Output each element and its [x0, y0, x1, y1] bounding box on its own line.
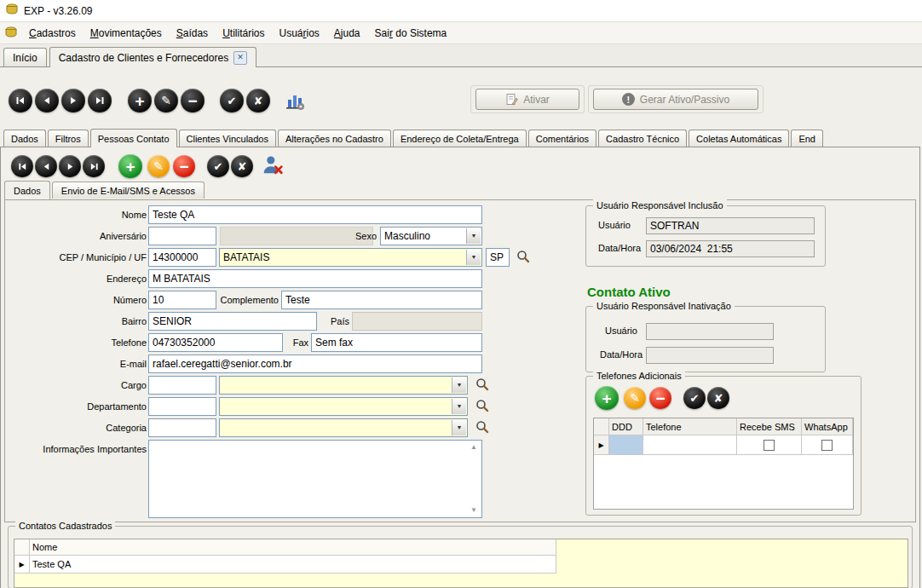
- contato-nome-cell[interactable]: Teste QA: [30, 556, 556, 574]
- pais-input: [352, 312, 482, 331]
- contatos-grid-row[interactable]: ▶ Teste QA: [14, 556, 908, 574]
- municipio-select[interactable]: BATATAIS▼: [219, 248, 482, 267]
- last-record-button[interactable]: [88, 89, 112, 112]
- first-record-button[interactable]: [9, 89, 32, 112]
- tab-coletas-automaticas[interactable]: Coletas Automáticas: [689, 130, 789, 147]
- menu-item-movimentacoes[interactable]: Movimentações: [84, 25, 169, 42]
- departamento-select[interactable]: ▼: [219, 397, 468, 416]
- fax-input[interactable]: Sem fax: [311, 333, 482, 352]
- inclusao-usuario-field: SOFTRAN: [646, 217, 815, 234]
- categoria-select[interactable]: ▼: [219, 418, 468, 437]
- whatsapp-checkbox[interactable]: [821, 440, 833, 451]
- contact-insert-button[interactable]: +: [118, 154, 142, 178]
- gerar-ativo-passivo-button[interactable]: ! Gerar Ativo/Passivo: [593, 89, 758, 110]
- dropdown-arrow-icon[interactable]: ▼: [452, 399, 466, 414]
- tab-cadastro-tecnico[interactable]: Cadastro Técnico: [598, 130, 687, 147]
- phone-cancel-button[interactable]: ✘: [707, 387, 729, 409]
- phone-edit-button[interactable]: ✎: [624, 387, 646, 409]
- contact-prior-button[interactable]: [35, 155, 57, 177]
- tab-cadastro-clientes-fornecedores[interactable]: Cadastro de Clientes e Fornecedores ✕: [49, 47, 256, 67]
- app-icon-small: [4, 26, 18, 42]
- confirm-button[interactable]: ✔: [220, 89, 244, 112]
- complemento-input[interactable]: Teste: [281, 291, 482, 309]
- contact-confirm-button[interactable]: ✔: [207, 155, 229, 177]
- dropdown-arrow-icon[interactable]: ▼: [466, 228, 481, 244]
- recebe-sms-checkbox[interactable]: [764, 440, 775, 451]
- search-departamento-icon[interactable]: [475, 399, 489, 412]
- cancel-button[interactable]: ✘: [246, 89, 270, 112]
- tab-dados-contato[interactable]: Dados: [4, 181, 50, 199]
- bairro-input[interactable]: SENIOR: [148, 312, 317, 331]
- search-categoria-icon[interactable]: [475, 420, 489, 434]
- contact-next-button[interactable]: [59, 155, 81, 177]
- menu-item-ajuda[interactable]: Ajuda: [327, 25, 367, 42]
- edit-record-button[interactable]: ✎: [154, 89, 178, 112]
- insert-record-button[interactable]: +: [128, 89, 152, 112]
- prior-record-button[interactable]: [35, 89, 59, 112]
- grid-indicator-header: [594, 418, 609, 435]
- cargo-code-input[interactable]: [148, 376, 216, 395]
- tab-pessoas-contato[interactable]: Pessoas Contato: [90, 129, 177, 147]
- dropdown-arrow-icon[interactable]: ▼: [452, 378, 466, 393]
- tab-dados-main[interactable]: Dados: [3, 130, 46, 147]
- menu-item-cadastros[interactable]: Cadastros: [22, 25, 83, 42]
- inclusao-usuario-label: Usuário: [598, 220, 631, 230]
- menu-item-utilitarios[interactable]: Utilitários: [216, 25, 271, 42]
- nome-input[interactable]: Teste QA: [148, 205, 482, 224]
- departamento-code-input[interactable]: [148, 397, 216, 416]
- phone-confirm-button[interactable]: ✔: [683, 387, 706, 409]
- informacoes-textarea[interactable]: ▲ ▼: [148, 440, 482, 518]
- recebe-sms-cell[interactable]: [737, 435, 802, 455]
- page-tab-strip: Dados Filtros Pessoas Contato Clientes V…: [0, 126, 922, 147]
- tab-clientes-vinculados[interactable]: Clientes Vinculados: [179, 130, 276, 147]
- tab-end-truncated[interactable]: End: [791, 130, 823, 147]
- next-record-button[interactable]: [61, 89, 85, 112]
- telefone-cell[interactable]: [643, 435, 737, 455]
- cargo-select[interactable]: ▼: [219, 376, 468, 395]
- endereco-input[interactable]: M BATATAIS: [148, 269, 482, 288]
- dropdown-arrow-icon[interactable]: ▼: [466, 250, 481, 265]
- close-tab-icon[interactable]: ✕: [233, 51, 247, 65]
- email-input[interactable]: rafael.ceregatti@senior.com.br: [148, 355, 482, 373]
- dropdown-arrow-icon[interactable]: ▼: [452, 420, 466, 435]
- menu-item-saidas[interactable]: Saídas: [170, 25, 215, 42]
- sexo-select[interactable]: Masculino▼: [380, 227, 482, 245]
- ativar-button[interactable]: Ativar: [475, 89, 579, 110]
- app-icon: [5, 3, 19, 19]
- tab-filtros[interactable]: Filtros: [48, 130, 89, 147]
- scroll-down-icon[interactable]: ▼: [468, 505, 480, 516]
- whatsapp-cell[interactable]: [802, 435, 853, 455]
- phone-insert-button[interactable]: +: [595, 386, 619, 410]
- menu-item-usuarios[interactable]: Usuários: [272, 25, 326, 42]
- plus-icon: +: [602, 390, 611, 406]
- tab-inicio[interactable]: Início: [3, 48, 47, 66]
- contact-edit-button[interactable]: ✎: [147, 155, 170, 177]
- uf-input[interactable]: SP: [486, 248, 510, 267]
- tab-envio-email-sms[interactable]: Envio de E-Mail/SMS e Acessos: [52, 182, 205, 199]
- tab-comentarios[interactable]: Comentários: [528, 130, 596, 147]
- contact-last-button[interactable]: [83, 155, 105, 177]
- pencil-icon: ✎: [153, 160, 164, 172]
- ddd-cell[interactable]: [609, 435, 643, 455]
- telefone-input[interactable]: 04730352000: [148, 333, 283, 352]
- aniversario-input[interactable]: [148, 227, 216, 245]
- tab-alteracoes-cadastro[interactable]: Alterações no Cadastro: [278, 130, 391, 147]
- search-cargo-icon[interactable]: [475, 378, 489, 391]
- contact-cancel-button[interactable]: ✘: [231, 155, 253, 177]
- window-title: EXP - v3.26.09: [24, 5, 93, 17]
- inativacao-groupbox: Usuário Responsável Inativação Usuário D…: [585, 306, 826, 372]
- scroll-up-icon[interactable]: ▲: [468, 442, 480, 453]
- cep-input[interactable]: 14300000: [148, 248, 216, 267]
- menu-item-sair[interactable]: Sair do Sistema: [368, 25, 454, 42]
- search-municipio-icon[interactable]: [516, 250, 530, 263]
- categoria-code-input[interactable]: [148, 418, 216, 437]
- inactivate-contact-button[interactable]: [262, 154, 284, 178]
- contact-first-button[interactable]: [11, 155, 33, 177]
- chart-button[interactable]: [285, 90, 305, 112]
- delete-record-button[interactable]: −: [181, 89, 205, 112]
- contact-delete-button[interactable]: −: [173, 155, 195, 177]
- cross-icon: ✘: [254, 95, 263, 107]
- phone-delete-button[interactable]: −: [649, 387, 671, 409]
- tab-endereco-coleta-entrega[interactable]: Endereço de Coleta/Entrega: [393, 130, 527, 147]
- telefones-grid-row[interactable]: ▶: [594, 435, 853, 455]
